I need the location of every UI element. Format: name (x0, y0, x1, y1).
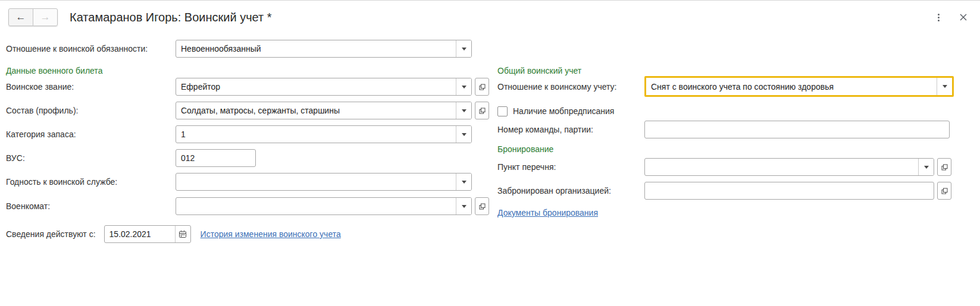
chevron-down-icon[interactable] (456, 102, 471, 119)
commissariat-input[interactable] (176, 198, 456, 214)
fitness-field[interactable] (176, 173, 472, 191)
open-icon (478, 83, 486, 91)
fitness-row: Годность к воинской службе: (6, 173, 472, 191)
vus-label: ВУС: (6, 153, 176, 163)
chevron-down-icon[interactable] (937, 78, 952, 95)
team-number-label: Номер команды, партии: (497, 125, 644, 134)
reserve-category-label: Категория запаса: (6, 130, 176, 139)
rank-label: Воинское звание: (6, 82, 176, 92)
reserved-by-org-row: Забронирован организацией: (497, 182, 951, 200)
registration-relation-input[interactable] (646, 78, 937, 95)
list-point-open-button[interactable] (937, 158, 951, 176)
team-number-input[interactable] (645, 121, 949, 138)
back-button[interactable]: ← (8, 8, 33, 26)
relation-duty-label: Отношение к воинской обязанности: (6, 44, 176, 53)
reservation-docs-link[interactable]: Документы бронирования (497, 208, 598, 217)
fitness-input[interactable] (176, 173, 456, 190)
composition-input[interactable] (176, 102, 456, 119)
history-nav: ← → (8, 8, 58, 26)
reservation-docs-row: Документы бронирования (497, 207, 598, 219)
vus-field[interactable] (176, 149, 256, 167)
registration-relation-row: Отношение к воинскому учету: (497, 76, 954, 97)
window-controls (935, 11, 969, 24)
list-point-input[interactable] (645, 159, 918, 175)
reserved-by-org-label: Забронирован организацией: (497, 186, 644, 195)
rank-input[interactable] (176, 78, 456, 95)
commissariat-row: Военкомат: (6, 197, 489, 215)
page-title: Катамаранов Игорь: Воинский учет * (70, 11, 272, 24)
reserved-by-org-open-button[interactable] (937, 182, 951, 200)
valid-from-field[interactable] (104, 225, 191, 243)
chevron-down-icon[interactable] (456, 126, 471, 143)
vus-input[interactable] (176, 150, 255, 166)
open-icon (941, 187, 948, 195)
fitness-label: Годность к воинской службе: (6, 177, 176, 187)
kebab-menu-icon[interactable] (935, 11, 942, 24)
team-number-row: Номер команды, партии: (497, 121, 950, 138)
military-registration-window: ← → Катамаранов Игорь: Воинский учет * О… (0, 0, 980, 306)
open-icon (941, 163, 948, 171)
valid-from-input[interactable] (105, 226, 175, 242)
vus-row: ВУС: (6, 149, 256, 167)
team-number-field[interactable] (644, 121, 950, 138)
back-arrow-icon: ← (16, 11, 26, 23)
history-change-link[interactable]: История изменения воинского учета (201, 229, 341, 239)
forward-arrow-icon: → (40, 11, 51, 23)
reserved-by-org-input[interactable] (645, 182, 934, 199)
calendar-icon[interactable] (175, 226, 190, 242)
section-military-card: Данные военного билета (6, 66, 102, 75)
mobilization-order-row: Наличие мобпредписания (497, 105, 614, 117)
chevron-down-icon[interactable] (918, 159, 934, 175)
chevron-down-icon[interactable] (456, 173, 471, 190)
mobilization-order-checkbox[interactable] (497, 106, 508, 116)
registration-relation-field[interactable] (644, 76, 954, 97)
open-icon (478, 203, 486, 210)
valid-from-row: Сведения действуют с: История изменения … (6, 225, 341, 243)
chevron-down-icon[interactable] (456, 40, 471, 57)
commissariat-field[interactable] (176, 197, 472, 215)
mobilization-order-label: Наличие мобпредписания (513, 106, 614, 116)
composition-field[interactable] (176, 102, 472, 119)
relation-duty-row: Отношение к воинской обязанности: (6, 40, 472, 58)
composition-label: Состав (профиль): (6, 106, 176, 115)
rank-row: Воинское звание: (6, 78, 489, 96)
form-area: Отношение к воинской обязанности: Данные… (0, 34, 980, 306)
reserve-category-field[interactable] (176, 125, 472, 143)
composition-row: Состав (профиль): (6, 102, 489, 119)
chevron-down-icon[interactable] (456, 78, 471, 95)
rank-open-button[interactable] (475, 78, 489, 96)
reserved-by-org-field[interactable] (644, 182, 934, 200)
close-icon[interactable] (957, 11, 969, 23)
forward-button: → (33, 8, 58, 26)
relation-duty-input[interactable] (176, 40, 456, 57)
window-header: ← → Катамаранов Игорь: Воинский учет * (0, 1, 980, 34)
chevron-down-icon[interactable] (456, 198, 471, 214)
commissariat-open-button[interactable] (475, 197, 489, 215)
relation-duty-field[interactable] (176, 40, 472, 58)
open-icon (478, 107, 486, 115)
registration-relation-label: Отношение к воинскому учету: (497, 82, 644, 92)
commissariat-label: Военкомат: (6, 201, 176, 211)
list-point-label: Пункт перечня: (497, 162, 644, 172)
section-reservation: Бронирование (497, 144, 553, 154)
composition-open-button[interactable] (475, 102, 489, 119)
list-point-field[interactable] (644, 158, 934, 176)
reserve-category-input[interactable] (176, 126, 456, 143)
valid-from-label: Сведения действуют с: (6, 229, 96, 239)
rank-field[interactable] (176, 78, 472, 96)
list-point-row: Пункт перечня: (497, 158, 951, 176)
reserve-category-row: Категория запаса: (6, 125, 472, 143)
section-general-registration: Общий воинский учет (497, 66, 581, 75)
